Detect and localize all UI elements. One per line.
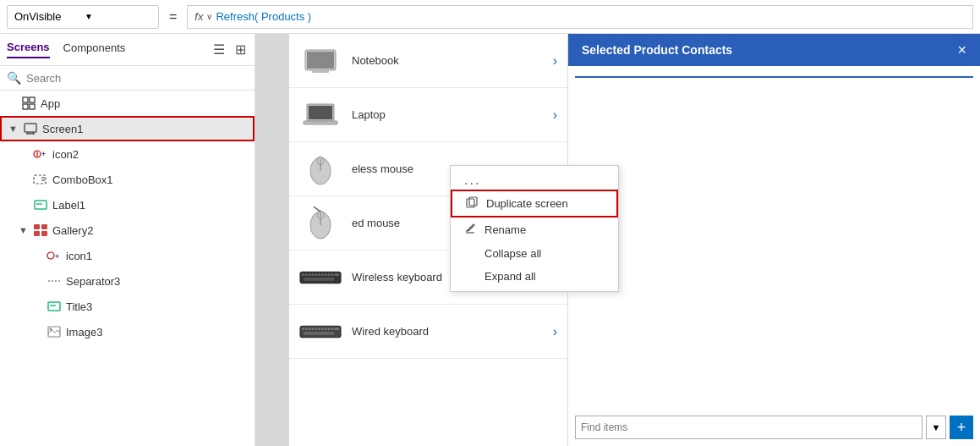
- tree-label-separator3: Separator3: [66, 275, 248, 288]
- chevron-right-notebook: ›: [553, 53, 557, 69]
- product-item-wired-keyboard[interactable]: Wired keyboard ›: [289, 305, 567, 359]
- close-button[interactable]: ×: [957, 41, 966, 59]
- product-item-notebook[interactable]: Notebook ›: [289, 34, 567, 88]
- chevron-right-wired-keyboard: ›: [553, 324, 557, 339]
- tree-label-title3: Title3: [66, 300, 248, 313]
- svg-point-19: [47, 252, 54, 259]
- context-menu-label-expand-all: Expand all: [485, 270, 536, 283]
- tree-area: App ▼ Screen1 + ic: [0, 91, 255, 446]
- svg-rect-13: [35, 201, 47, 209]
- tree-item-image3[interactable]: Image3: [0, 319, 255, 344]
- svg-point-25: [50, 328, 52, 331]
- svg-rect-44: [315, 273, 317, 276]
- tree-item-combobox1[interactable]: ComboBox1: [0, 167, 255, 192]
- svg-rect-10: [34, 175, 46, 184]
- svg-rect-18: [41, 231, 47, 236]
- laptop-image: [299, 98, 342, 132]
- svg-rect-49: [331, 273, 334, 276]
- svg-rect-0: [23, 97, 28, 102]
- svg-rect-32: [314, 121, 327, 123]
- svg-rect-63: [334, 328, 339, 330]
- context-menu-item-duplicate[interactable]: Duplicate screen: [451, 190, 618, 217]
- svg-rect-59: [321, 328, 324, 330]
- formula-bar[interactable]: fx ∨ Refresh( Products ): [187, 5, 973, 29]
- wired-mouse-image: [299, 206, 342, 240]
- tree-item-label1[interactable]: Label1: [0, 192, 255, 217]
- svg-rect-27: [307, 52, 334, 69]
- list-view-icon[interactable]: ☰: [211, 40, 227, 59]
- svg-rect-64: [304, 332, 335, 335]
- tree-item-gallery2[interactable]: ▼ Gallery2: [0, 217, 255, 243]
- tree-item-app[interactable]: App: [0, 91, 255, 116]
- gallery-icon: [32, 222, 49, 239]
- equals-sign: =: [166, 9, 180, 25]
- svg-text:+: +: [55, 252, 59, 261]
- context-menu-ellipsis: ...: [451, 169, 618, 190]
- rename-icon: [464, 223, 478, 237]
- svg-rect-47: [325, 273, 327, 276]
- left-panel: Screens Components ☰ ⊞ 🔍 App ▼: [0, 34, 255, 446]
- find-items-row: ▼ +: [575, 416, 973, 439]
- tree-label-gallery2: Gallery2: [52, 224, 248, 237]
- expand-arrow-screen1: ▼: [8, 124, 19, 134]
- tab-icons: ☰ ⊞: [211, 40, 248, 59]
- svg-rect-30: [309, 106, 332, 119]
- main-layout: Screens Components ☰ ⊞ 🔍 App ▼: [0, 34, 980, 446]
- chevron-right-laptop: ›: [553, 107, 557, 123]
- product-name-notebook: Notebook: [352, 54, 543, 67]
- find-items-dropdown-button[interactable]: ▼: [926, 416, 946, 439]
- formula-chevron-icon: ∨: [206, 12, 212, 21]
- separator-icon: [46, 273, 63, 289]
- tree-item-separator3[interactable]: Separator3: [0, 268, 255, 294]
- notebook-image: [299, 44, 342, 78]
- image-icon: [46, 323, 63, 340]
- svg-rect-40: [302, 273, 304, 276]
- icon1-icon: +: [46, 247, 63, 264]
- svg-rect-4: [25, 124, 36, 132]
- tab-screens[interactable]: Screens: [7, 41, 50, 58]
- tree-label-label1: Label1: [52, 199, 248, 212]
- svg-rect-62: [331, 328, 334, 330]
- blue-separator: [575, 76, 973, 78]
- svg-rect-46: [321, 273, 324, 276]
- tab-components[interactable]: Components: [63, 41, 126, 58]
- svg-rect-51: [304, 278, 335, 281]
- wireless-keyboard-image: [299, 261, 342, 295]
- icon2-icon: +: [32, 146, 49, 162]
- search-input[interactable]: [26, 72, 248, 85]
- tree-item-icon1[interactable]: + icon1: [0, 243, 255, 268]
- selected-header-title: Selected Product Contacts: [582, 43, 732, 57]
- svg-text:+: +: [41, 150, 46, 158]
- dropdown-label: OnVisible: [14, 10, 81, 23]
- svg-rect-1: [30, 97, 35, 102]
- tree-item-screen1[interactable]: ▼ Screen1: [0, 116, 255, 141]
- tree-label-app: App: [41, 97, 248, 110]
- grid-view-icon[interactable]: ⊞: [233, 40, 248, 59]
- svg-rect-53: [302, 328, 304, 330]
- expand-arrow-gallery2: ▼: [19, 225, 29, 235]
- svg-rect-61: [328, 328, 331, 330]
- svg-rect-60: [325, 328, 327, 330]
- product-name-wired-keyboard: Wired keyboard: [352, 325, 543, 338]
- add-item-button[interactable]: +: [950, 416, 973, 439]
- on-visible-dropdown[interactable]: OnVisible ▼: [7, 5, 159, 29]
- context-menu-item-collapse-all[interactable]: Collapse all: [451, 242, 618, 265]
- find-items-input[interactable]: [575, 416, 923, 439]
- label-icon: [32, 196, 49, 213]
- dropdown-chevron-icon: ▼: [932, 422, 941, 432]
- svg-rect-43: [311, 273, 314, 276]
- svg-rect-41: [305, 273, 308, 276]
- tree-item-title3[interactable]: Title3: [0, 294, 255, 319]
- product-item-laptop[interactable]: Laptop ›: [289, 88, 567, 142]
- svg-rect-16: [41, 224, 47, 229]
- tree-item-icon2[interactable]: + icon2: [0, 141, 255, 167]
- combobox-icon: [32, 171, 49, 188]
- context-menu-item-rename[interactable]: Rename: [451, 217, 618, 242]
- svg-rect-42: [309, 273, 311, 276]
- tree-label-icon2: icon2: [52, 148, 248, 161]
- context-menu-item-expand-all[interactable]: Expand all: [451, 265, 618, 288]
- selected-body: ▼ +: [568, 66, 980, 446]
- top-bar: OnVisible ▼ = fx ∨ Refresh( Products ): [0, 0, 980, 34]
- selected-header: Selected Product Contacts ×: [568, 34, 980, 66]
- screen-icon: [22, 120, 39, 137]
